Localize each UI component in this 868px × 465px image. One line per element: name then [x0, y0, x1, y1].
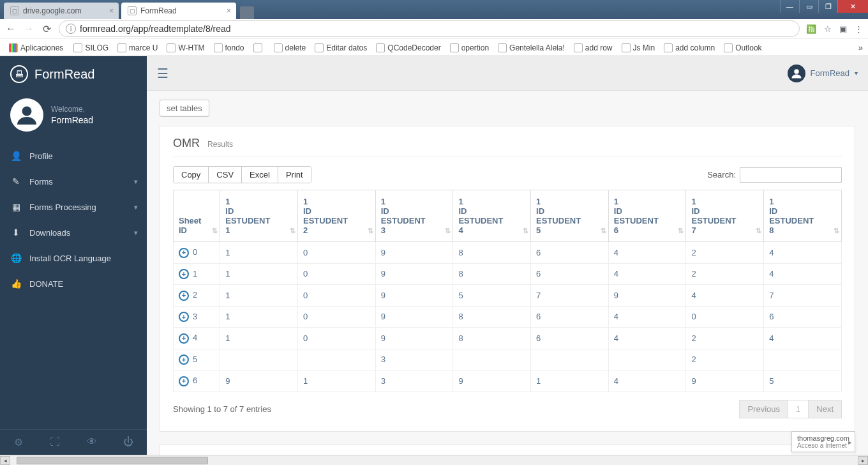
translate-icon[interactable]: 🈯 [806, 24, 816, 34]
back-icon[interactable]: ← [5, 23, 17, 34]
table-cell: 5 [453, 285, 531, 307]
column-header[interactable]: 1IDESTUDENT7⇅ [686, 190, 764, 242]
close-window-button[interactable]: ✕ [837, 0, 868, 13]
sidebar-item-profile[interactable]: 👤Profile [0, 143, 147, 169]
sidebar-item-install-ocr-language[interactable]: 🌐Install OCR Language [0, 245, 147, 271]
bookmark-item[interactable]: delete [270, 42, 310, 54]
bookmark-item[interactable]: add row [570, 42, 617, 54]
expand-icon[interactable]: + [179, 354, 189, 365]
csv-button[interactable]: CSV [209, 167, 242, 183]
column-header[interactable]: 1IDESTUDENT5⇅ [531, 190, 609, 242]
column-header[interactable]: 1IDESTUDENT8⇅ [764, 190, 842, 242]
bookmark-item[interactable]: opertion [446, 42, 493, 54]
table-cell: 0 [297, 328, 375, 349]
table-cell: +1 [174, 263, 220, 285]
table-row: +410986424 [174, 328, 842, 349]
minimize-button[interactable]: — [780, 0, 799, 13]
menu-label: Downloads [29, 228, 70, 238]
bookmark-item[interactable]: add column [660, 42, 719, 54]
table-cell [531, 349, 609, 370]
bookmark-item[interactable]: SILOG [70, 42, 112, 54]
site-info-icon[interactable]: i [66, 24, 76, 34]
power-icon[interactable]: ⏻ [110, 430, 147, 455]
column-header[interactable]: 1IDESTUDENT1⇅ [220, 190, 298, 242]
table-cell: 4 [764, 242, 842, 264]
column-header[interactable]: 1IDESTUDENT6⇅ [608, 190, 686, 242]
scroll-left-icon[interactable]: ◂ [0, 456, 10, 465]
column-header[interactable]: 1IDESTUDENT4⇅ [453, 190, 531, 242]
column-header[interactable]: 1IDESTUDENT3⇅ [375, 190, 453, 242]
column-header[interactable]: 1IDESTUDENT2⇅ [297, 190, 375, 242]
expand-icon[interactable]: + [179, 333, 189, 344]
globe-icon: 🌐 [10, 253, 22, 263]
horizontal-scrollbar[interactable]: ◂ ▸ [0, 455, 868, 465]
bookmark-item[interactable]: Gentelella Alela! [494, 42, 569, 54]
page-number[interactable]: 1 [788, 400, 809, 418]
page-icon [214, 43, 223, 52]
fullscreen-icon[interactable]: ⛶ [37, 430, 74, 455]
new-tab-button[interactable] [240, 6, 254, 19]
expand-icon[interactable]: + [179, 312, 189, 322]
table-cell: 3 [375, 370, 453, 392]
brand[interactable]: 🖶 FormRead [0, 56, 147, 92]
close-icon[interactable]: × [227, 6, 231, 15]
bookmark-item[interactable]: Outlook [720, 42, 765, 54]
column-header[interactable]: SheetID⇅ [174, 190, 220, 242]
star-icon[interactable]: ☆ [824, 24, 832, 34]
next-button[interactable]: Next [808, 400, 842, 418]
sidebar-item-forms-processing[interactable]: ▦Forms Processing▾ [0, 194, 147, 220]
table-cell: 2 [686, 349, 764, 370]
edit-icon: ✎ [10, 176, 22, 187]
sidebar-item-downloads[interactable]: ⬇Downloads▾ [0, 220, 147, 245]
bookmark-item[interactable]: fondo [210, 42, 248, 54]
forward-icon[interactable]: → [23, 23, 34, 34]
sidebar-item-forms[interactable]: ✎Forms▾ [0, 169, 147, 194]
sidebar-footer: ⚙ ⛶ 👁 ⏻ [0, 429, 147, 455]
menu-label: Profile [29, 151, 53, 161]
bookmark-item[interactable]: Editar datos [311, 42, 371, 54]
expand-icon[interactable]: + [179, 376, 189, 386]
settings-icon[interactable]: ⚙ [0, 430, 37, 455]
maximize-button[interactable]: ▭ [799, 0, 818, 13]
table-info: Showing 1 to 7 of 7 entries [173, 404, 271, 414]
browser-tab[interactable]: ▢ drive.google.com × [4, 3, 119, 19]
download-icon: ⬇ [10, 227, 22, 238]
search-input[interactable] [740, 167, 842, 183]
topbar-user[interactable]: FormRead ▾ [788, 65, 858, 82]
expand-icon[interactable]: + [179, 248, 189, 258]
expand-icon[interactable]: + [179, 291, 189, 301]
apps-button[interactable]: Aplicaciones [5, 42, 67, 54]
excel-button[interactable]: Excel [242, 167, 278, 183]
table-cell: 2 [686, 242, 764, 264]
copy-button[interactable]: Copy [174, 167, 209, 183]
bookmark-item[interactable] [250, 42, 269, 54]
restore-button[interactable]: ❐ [818, 0, 837, 13]
eye-icon[interactable]: 👁 [73, 430, 110, 455]
reload-icon[interactable]: ⟳ [41, 23, 52, 35]
set-tables-button[interactable]: set tables [160, 100, 209, 117]
bookmark-item[interactable]: QCodeDecoder [372, 42, 444, 54]
scroll-thumb[interactable] [17, 457, 208, 464]
brand-text: FormRead [34, 67, 94, 82]
browser-tab-active[interactable]: ▢ FormRead × [121, 3, 236, 19]
chevron-down-icon: ▾ [134, 203, 138, 211]
bookmark-overflow-icon[interactable]: » [858, 43, 863, 52]
menu-icon[interactable]: ⋮ [855, 24, 863, 34]
scroll-right-icon[interactable]: ▸ [858, 456, 868, 465]
hamburger-icon[interactable]: ☰ [157, 66, 168, 81]
table-cell: 9 [375, 242, 453, 264]
close-icon[interactable]: × [109, 6, 114, 15]
url-field[interactable]: i formread.org/app/readtemplate/8/read [59, 20, 800, 37]
bookmark-item[interactable]: W-HTM [163, 42, 208, 54]
bookmark-item[interactable]: Js Min [618, 42, 659, 54]
user-block: Welcome, FormRead [0, 92, 147, 143]
prev-button[interactable]: Previous [739, 400, 788, 418]
table-cell: 4 [608, 242, 686, 264]
sidebar-item-donate[interactable]: 👍DONATE [0, 271, 147, 296]
print-button[interactable]: Print [278, 167, 311, 183]
bookmark-item[interactable]: marce U [114, 42, 161, 54]
expand-icon[interactable]: + [179, 269, 189, 279]
table-cell: 4 [764, 263, 842, 285]
table-cell: 8 [453, 263, 531, 285]
cast-icon[interactable]: ▣ [839, 24, 847, 34]
